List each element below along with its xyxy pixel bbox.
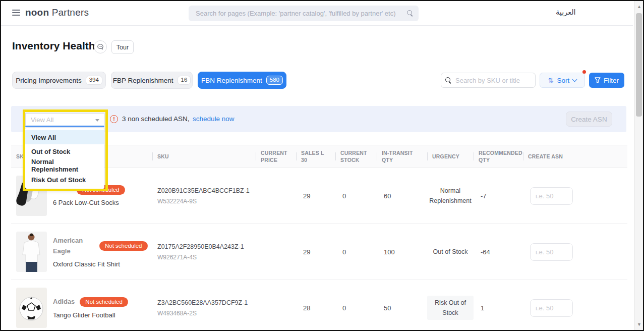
schedule-now-link[interactable]: schedule now — [193, 115, 235, 123]
sales-l30-cell: 29 — [296, 224, 335, 280]
product-name: Tango Glider Football — [53, 311, 128, 319]
chevron-down-icon — [572, 77, 577, 82]
recommended-qty-cell: -7 — [474, 168, 523, 224]
current-stock-cell: 0 — [335, 168, 377, 224]
current-price-cell — [256, 280, 296, 331]
sort-arrows-icon: ⇅ — [548, 77, 554, 84]
recommended-qty-cell: -64 — [474, 224, 523, 280]
urgency-filter-select[interactable]: View All — [25, 113, 104, 127]
sku-cell: Z3A2BC560E28AA357DCF9Z-1 W493468A-2S — [152, 280, 256, 331]
current-stock-cell: 0 — [335, 224, 377, 280]
sku-details-cell: Adidas Not scheduled Tango Glider Footba… — [11, 280, 152, 331]
shirt-product-photo — [16, 232, 47, 272]
tab-label: FBP Replenishment — [113, 77, 173, 84]
funnel-icon — [595, 77, 601, 83]
sku-cell: Z0175A2F28950E0B4A243Z-1 W926271A-4S — [152, 224, 256, 280]
sku-details-cell: American Eagle Not scheduled Oxford Clas… — [11, 224, 152, 280]
sku-secondary-code: W926271A-4S — [157, 254, 197, 261]
tab-fbn-replenishment[interactable]: FBN Replenishment 580 — [198, 72, 286, 89]
sales-l30-cell: 28 — [296, 280, 335, 331]
sku-secondary-code: W532224A-9S — [157, 198, 197, 205]
hamburger-menu-icon[interactable] — [12, 10, 20, 16]
filter-label: Filter — [604, 77, 619, 84]
urgency-label: Risk Out of Stock — [427, 296, 474, 320]
scroll-down-arrow[interactable]: ▼ — [635, 322, 643, 327]
sku-code: Z020B91C35EABC4BCCF1BZ-1 — [157, 187, 250, 194]
speech-bubble-icon — [97, 43, 104, 50]
in-transit-qty-cell: 50 — [377, 280, 427, 331]
urgency-cell: Out of Stock — [427, 224, 474, 280]
current-stock-cell: 0 — [335, 280, 377, 331]
sku-search-input[interactable] — [455, 77, 531, 84]
language-switch-arabic[interactable]: العربية — [556, 8, 576, 16]
sku-code: Z3A2BC560E28AA357DCF9Z-1 — [157, 299, 248, 306]
table-row: Adidas Not scheduled Tango Glider Footba… — [11, 280, 627, 331]
col-sku: SKU — [152, 145, 256, 168]
col-urgency: URGENCY — [427, 145, 474, 168]
sort-button[interactable]: ⇅ Sort — [540, 73, 585, 88]
asn-qty-input[interactable] — [530, 243, 573, 261]
urgency-label: Out of Stock — [433, 247, 468, 257]
product-name: 6 Pack Low-Cut Socks — [53, 199, 125, 206]
alert-icon: ! — [110, 115, 118, 123]
logo-partners: Partners — [52, 7, 89, 18]
sku-code: Z0175A2F28950E0B4A243Z-1 — [157, 243, 244, 250]
not-scheduled-badge: Not scheduled — [99, 241, 148, 251]
tab-count-badge: 394 — [86, 76, 102, 85]
sales-l30-cell: 29 — [296, 168, 335, 224]
col-create-asn: CREATE ASN — [523, 145, 627, 168]
page-title: Inventory Health — [12, 40, 95, 52]
football-product-photo — [16, 288, 47, 328]
urgency-label: Normal Replenishment — [427, 186, 474, 206]
logo-noon: noon — [25, 7, 49, 18]
tour-button[interactable]: Tour — [111, 40, 134, 54]
in-transit-qty-cell: 100 — [377, 224, 427, 280]
dropdown-option-view-all[interactable]: View All — [25, 130, 104, 144]
dropdown-option-risk-out-of-stock[interactable]: Risk Out of Stock — [25, 173, 104, 187]
sku-secondary-code: W493468A-2S — [157, 310, 197, 317]
tab-pricing-improvements[interactable]: Pricing Improvements 394 — [12, 72, 106, 89]
create-asn-cell — [523, 280, 627, 331]
col-current-stock: CURRENT STOCK — [335, 145, 377, 168]
scroll-up-arrow[interactable]: ▲ — [635, 4, 643, 9]
search-icon — [407, 10, 414, 17]
current-price-cell — [256, 224, 296, 280]
vertical-scrollbar[interactable]: ▲ ▼ — [634, 1, 643, 330]
table-row: American Eagle Not scheduled Oxford Clas… — [11, 224, 627, 280]
asn-qty-input[interactable] — [530, 187, 573, 205]
dropdown-option-normal-replenishment[interactable]: Normal Replenishment — [25, 158, 104, 173]
urgency-cell: Normal Replenishment — [427, 168, 474, 224]
global-search-input[interactable] — [196, 10, 407, 17]
col-recommended-qty: RECOMMENDED QTY — [474, 145, 523, 168]
sort-label: Sort — [557, 77, 570, 84]
recommended-qty-cell: 1 — [474, 280, 523, 331]
search-icon — [445, 77, 452, 84]
global-search-bar[interactable] — [189, 6, 419, 21]
create-asn-cell — [523, 224, 627, 280]
top-navbar: noon Partners العربية — [1, 1, 633, 26]
tab-count-badge: 16 — [178, 76, 191, 85]
col-in-transit-qty: IN-TRANSIT QTY — [377, 145, 427, 168]
sku-search-field[interactable] — [441, 73, 536, 88]
feedback-chat-icon[interactable] — [94, 40, 107, 53]
create-asn-button[interactable]: Create ASN — [566, 112, 612, 127]
current-price-cell — [256, 168, 296, 224]
table-body: Not scheduled 6 Pack Low-Cut Socks Z020B… — [11, 168, 627, 331]
urgency-cell: Risk Out of Stock — [427, 280, 474, 331]
tab-label: FBN Replenishment — [201, 77, 262, 84]
dropdown-option-out-of-stock[interactable]: Out of Stock — [25, 144, 104, 158]
create-asn-cell — [523, 168, 627, 224]
sort-notification-dot — [582, 70, 586, 74]
not-scheduled-badge: Not scheduled — [80, 297, 128, 307]
tab-fbp-replenishment[interactable]: FBP Replenishment 16 — [111, 72, 193, 89]
sku-cell: Z020B91C35EABC4BCCF1BZ-1 W532224A-9S — [152, 168, 256, 224]
brand-name: Adidas — [53, 297, 75, 307]
asn-qty-input[interactable] — [530, 299, 573, 317]
scrollbar-thumb[interactable] — [636, 13, 642, 117]
in-transit-qty-cell: 60 — [377, 168, 427, 224]
tab-count-badge: 580 — [266, 76, 283, 85]
tab-label: Pricing Improvements — [16, 77, 82, 84]
filter-button[interactable]: Filter — [589, 73, 624, 88]
col-current-price: CURRENT PRICE — [256, 145, 296, 168]
brand-name: American Eagle — [53, 236, 94, 256]
